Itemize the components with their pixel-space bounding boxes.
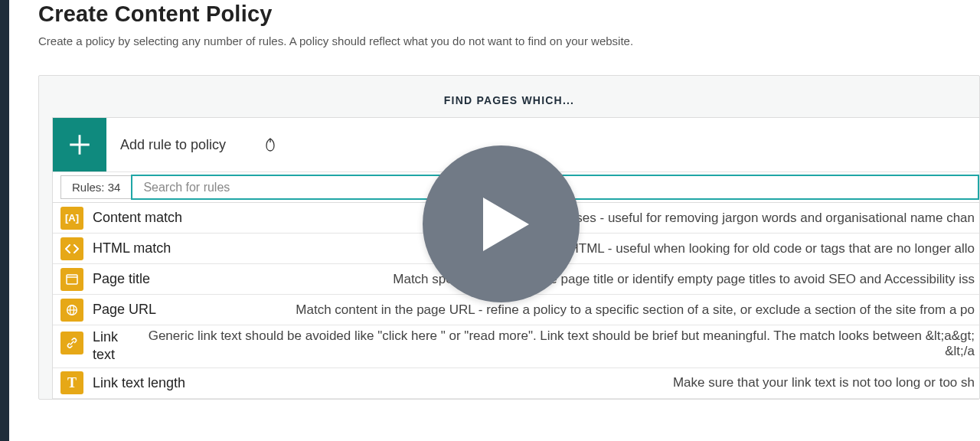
page-title-icon xyxy=(60,268,83,291)
panel-heading: FIND PAGES WHICH... xyxy=(39,76,979,117)
left-nav-rail[interactable] xyxy=(0,0,9,441)
add-rule-button[interactable] xyxy=(53,118,106,172)
play-icon xyxy=(475,194,537,255)
page-subtitle: Create a policy by selecting any number … xyxy=(38,34,980,47)
rules-count-badge: Rules: 34 xyxy=(60,175,131,199)
page-title: Create Content Policy xyxy=(38,2,980,27)
rule-label: Page URL xyxy=(93,302,156,318)
link-text-icon xyxy=(60,332,83,354)
svg-rect-0 xyxy=(67,275,77,284)
rule-label: Link text length xyxy=(93,375,185,391)
html-match-icon xyxy=(60,237,83,260)
rule-desc: Mat phrases - useful for removing jargon… xyxy=(191,211,975,226)
rule-desc: ontent in HTML - useful when looking for… xyxy=(180,241,975,256)
content-match-icon: [A] xyxy=(60,207,83,230)
rule-desc: Make sure that your link text is not too… xyxy=(194,375,975,390)
add-rule-label: Add rule to policy xyxy=(120,137,226,153)
cursor-icon xyxy=(264,138,276,152)
rule-row-link-text[interactable]: Linktext Generic link text should be avo… xyxy=(53,325,979,368)
rule-label: HTML match xyxy=(93,240,171,256)
rule-desc: Match content in the page URL - refine a… xyxy=(165,302,975,318)
link-text-length-icon: T xyxy=(60,371,83,394)
rule-label: Page title xyxy=(93,271,150,287)
rule-desc: Generic link text should be avoided like… xyxy=(127,328,975,359)
rule-desc: Match specific content in the page title… xyxy=(159,272,975,287)
rule-label: Content match xyxy=(93,210,182,226)
play-video-button[interactable] xyxy=(423,145,580,302)
plus-icon xyxy=(67,132,93,158)
page-url-icon xyxy=(60,299,83,322)
rule-label: Linktext xyxy=(93,328,118,364)
rule-row-link-text-length[interactable]: T Link text length Make sure that your l… xyxy=(53,368,979,399)
